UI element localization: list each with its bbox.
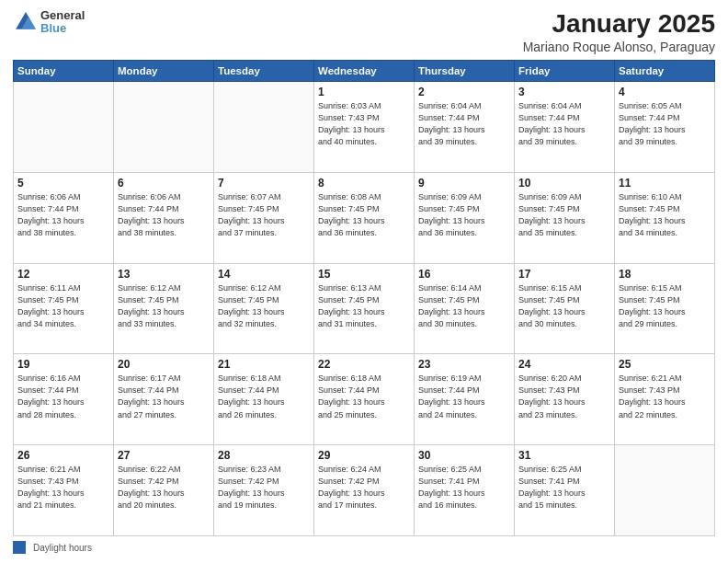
day-cell: 11Sunrise: 6:10 AM Sunset: 7:45 PM Dayli… <box>615 172 715 263</box>
title-area: January 2025 Mariano Roque Alonso, Parag… <box>523 9 715 54</box>
day-info: Sunrise: 6:04 AM Sunset: 7:44 PM Dayligh… <box>418 100 510 148</box>
day-cell: 5Sunrise: 6:06 AM Sunset: 7:44 PM Daylig… <box>14 172 114 263</box>
day-cell: 18Sunrise: 6:15 AM Sunset: 7:45 PM Dayli… <box>615 263 715 354</box>
day-number: 17 <box>518 268 610 281</box>
day-info: Sunrise: 6:15 AM Sunset: 7:45 PM Dayligh… <box>518 282 610 330</box>
day-info: Sunrise: 6:24 AM Sunset: 7:42 PM Dayligh… <box>318 464 410 511</box>
day-cell: 31Sunrise: 6:25 AM Sunset: 7:41 PM Dayli… <box>515 445 615 536</box>
day-number: 27 <box>118 449 210 462</box>
day-cell: 8Sunrise: 6:08 AM Sunset: 7:45 PM Daylig… <box>314 172 415 263</box>
day-info: Sunrise: 6:12 AM Sunset: 7:45 PM Dayligh… <box>118 282 210 330</box>
day-info: Sunrise: 6:25 AM Sunset: 7:41 PM Dayligh… <box>418 464 510 511</box>
logo-text: General Blue <box>40 9 85 36</box>
logo-line1: General <box>40 9 85 22</box>
day-cell: 19Sunrise: 6:16 AM Sunset: 7:44 PM Dayli… <box>14 354 114 445</box>
header: General Blue January 2025 Mariano Roque … <box>13 9 715 54</box>
legend-label: Daylight hours <box>33 543 92 553</box>
day-info: Sunrise: 6:13 AM Sunset: 7:45 PM Dayligh… <box>318 282 410 330</box>
day-info: Sunrise: 6:22 AM Sunset: 7:42 PM Dayligh… <box>118 464 210 511</box>
week-row-5: 26Sunrise: 6:21 AM Sunset: 7:43 PM Dayli… <box>14 445 715 536</box>
day-info: Sunrise: 6:21 AM Sunset: 7:43 PM Dayligh… <box>17 464 109 511</box>
day-number: 24 <box>518 358 610 371</box>
day-cell: 20Sunrise: 6:17 AM Sunset: 7:44 PM Dayli… <box>114 354 214 445</box>
page: General Blue January 2025 Mariano Roque … <box>0 0 728 563</box>
col-header-wednesday: Wednesday <box>314 61 415 82</box>
day-info: Sunrise: 6:10 AM Sunset: 7:45 PM Dayligh… <box>619 191 711 239</box>
day-cell: 15Sunrise: 6:13 AM Sunset: 7:45 PM Dayli… <box>314 263 415 354</box>
day-info: Sunrise: 6:12 AM Sunset: 7:45 PM Dayligh… <box>218 282 310 330</box>
day-cell: 6Sunrise: 6:06 AM Sunset: 7:44 PM Daylig… <box>114 172 214 263</box>
day-cell: 14Sunrise: 6:12 AM Sunset: 7:45 PM Dayli… <box>214 263 314 354</box>
day-cell: 22Sunrise: 6:18 AM Sunset: 7:44 PM Dayli… <box>314 354 415 445</box>
day-number: 6 <box>118 177 210 190</box>
day-info: Sunrise: 6:23 AM Sunset: 7:42 PM Dayligh… <box>218 464 310 511</box>
day-info: Sunrise: 6:19 AM Sunset: 7:44 PM Dayligh… <box>418 373 510 420</box>
logo: General Blue <box>13 9 85 36</box>
day-number: 8 <box>318 177 410 190</box>
day-info: Sunrise: 6:18 AM Sunset: 7:44 PM Dayligh… <box>218 373 310 420</box>
day-number: 13 <box>118 268 210 281</box>
day-number: 1 <box>318 86 410 98</box>
day-number: 28 <box>218 449 310 462</box>
day-cell: 2Sunrise: 6:04 AM Sunset: 7:44 PM Daylig… <box>415 82 515 173</box>
day-cell: 17Sunrise: 6:15 AM Sunset: 7:45 PM Dayli… <box>515 263 615 354</box>
day-number: 25 <box>619 358 711 371</box>
day-cell: 29Sunrise: 6:24 AM Sunset: 7:42 PM Dayli… <box>314 445 415 536</box>
day-info: Sunrise: 6:15 AM Sunset: 7:45 PM Dayligh… <box>619 282 711 330</box>
day-number: 26 <box>17 449 109 462</box>
day-number: 5 <box>17 177 109 190</box>
day-cell <box>114 82 214 173</box>
day-info: Sunrise: 6:16 AM Sunset: 7:44 PM Dayligh… <box>17 373 109 420</box>
day-cell: 7Sunrise: 6:07 AM Sunset: 7:45 PM Daylig… <box>214 172 314 263</box>
day-cell: 21Sunrise: 6:18 AM Sunset: 7:44 PM Dayli… <box>214 354 314 445</box>
day-cell <box>615 445 715 536</box>
week-row-1: 1Sunrise: 6:03 AM Sunset: 7:43 PM Daylig… <box>14 82 715 173</box>
day-cell: 1Sunrise: 6:03 AM Sunset: 7:43 PM Daylig… <box>314 82 415 173</box>
day-number: 7 <box>218 177 310 190</box>
day-info: Sunrise: 6:20 AM Sunset: 7:43 PM Dayligh… <box>518 373 610 420</box>
day-info: Sunrise: 6:21 AM Sunset: 7:43 PM Dayligh… <box>619 373 711 420</box>
day-cell: 25Sunrise: 6:21 AM Sunset: 7:43 PM Dayli… <box>615 354 715 445</box>
day-number: 19 <box>17 358 109 371</box>
day-cell: 30Sunrise: 6:25 AM Sunset: 7:41 PM Dayli… <box>415 445 515 536</box>
day-number: 16 <box>418 268 510 281</box>
day-cell: 3Sunrise: 6:04 AM Sunset: 7:44 PM Daylig… <box>515 82 615 173</box>
day-number: 23 <box>418 358 510 371</box>
day-info: Sunrise: 6:06 AM Sunset: 7:44 PM Dayligh… <box>118 191 210 239</box>
day-info: Sunrise: 6:07 AM Sunset: 7:45 PM Dayligh… <box>218 191 310 239</box>
day-cell: 16Sunrise: 6:14 AM Sunset: 7:45 PM Dayli… <box>415 263 515 354</box>
day-info: Sunrise: 6:17 AM Sunset: 7:44 PM Dayligh… <box>118 373 210 420</box>
col-header-saturday: Saturday <box>615 61 715 82</box>
day-number: 3 <box>518 86 610 98</box>
calendar-table: SundayMondayTuesdayWednesdayThursdayFrid… <box>13 60 715 536</box>
day-info: Sunrise: 6:18 AM Sunset: 7:44 PM Dayligh… <box>318 373 410 420</box>
logo-icon <box>13 9 39 35</box>
day-info: Sunrise: 6:25 AM Sunset: 7:41 PM Dayligh… <box>518 464 610 511</box>
day-info: Sunrise: 6:09 AM Sunset: 7:45 PM Dayligh… <box>518 191 610 239</box>
week-row-4: 19Sunrise: 6:16 AM Sunset: 7:44 PM Dayli… <box>14 354 715 445</box>
col-header-tuesday: Tuesday <box>214 61 314 82</box>
day-number: 10 <box>518 177 610 190</box>
day-cell <box>14 82 114 173</box>
location-subtitle: Mariano Roque Alonso, Paraguay <box>523 40 715 54</box>
day-number: 4 <box>619 86 711 98</box>
day-info: Sunrise: 6:14 AM Sunset: 7:45 PM Dayligh… <box>418 282 510 330</box>
logo-line2: Blue <box>40 22 85 35</box>
day-cell: 4Sunrise: 6:05 AM Sunset: 7:44 PM Daylig… <box>615 82 715 173</box>
day-info: Sunrise: 6:06 AM Sunset: 7:44 PM Dayligh… <box>17 191 109 239</box>
day-cell: 10Sunrise: 6:09 AM Sunset: 7:45 PM Dayli… <box>515 172 615 263</box>
header-row: SundayMondayTuesdayWednesdayThursdayFrid… <box>14 61 715 82</box>
col-header-monday: Monday <box>114 61 214 82</box>
col-header-sunday: Sunday <box>14 61 114 82</box>
day-number: 11 <box>619 177 711 190</box>
legend: Daylight hours <box>13 541 715 554</box>
day-info: Sunrise: 6:04 AM Sunset: 7:44 PM Dayligh… <box>518 100 610 148</box>
day-cell: 12Sunrise: 6:11 AM Sunset: 7:45 PM Dayli… <box>14 263 114 354</box>
col-header-thursday: Thursday <box>415 61 515 82</box>
day-info: Sunrise: 6:03 AM Sunset: 7:43 PM Dayligh… <box>318 100 410 148</box>
day-number: 2 <box>418 86 510 98</box>
day-number: 12 <box>17 268 109 281</box>
day-number: 9 <box>418 177 510 190</box>
week-row-3: 12Sunrise: 6:11 AM Sunset: 7:45 PM Dayli… <box>14 263 715 354</box>
day-number: 31 <box>518 449 610 462</box>
